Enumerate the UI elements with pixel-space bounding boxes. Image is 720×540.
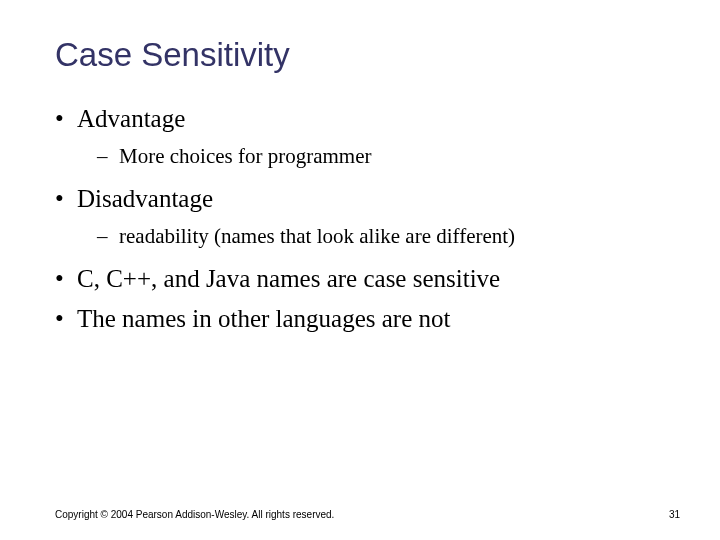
copyright-text: Copyright © 2004 Pearson Addison-Wesley.… bbox=[55, 509, 334, 520]
subbullet-more-choices: More choices for programmer bbox=[119, 142, 665, 170]
slide-body: Advantage More choices for programmer Di… bbox=[55, 102, 665, 336]
slide-title: Case Sensitivity bbox=[55, 36, 665, 74]
bullet-advantage: Advantage bbox=[77, 102, 665, 136]
footer: Copyright © 2004 Pearson Addison-Wesley.… bbox=[55, 509, 680, 520]
subbullet-readability: readability (names that look alike are d… bbox=[119, 222, 665, 250]
slide: Case Sensitivity Advantage More choices … bbox=[0, 0, 720, 540]
bullet-other-langs: The names in other languages are not bbox=[77, 302, 665, 336]
bullet-disadvantage: Disadvantage bbox=[77, 182, 665, 216]
page-number: 31 bbox=[669, 509, 680, 520]
bullet-case-sensitive-langs: C, C++, and Java names are case sensitiv… bbox=[77, 262, 665, 296]
